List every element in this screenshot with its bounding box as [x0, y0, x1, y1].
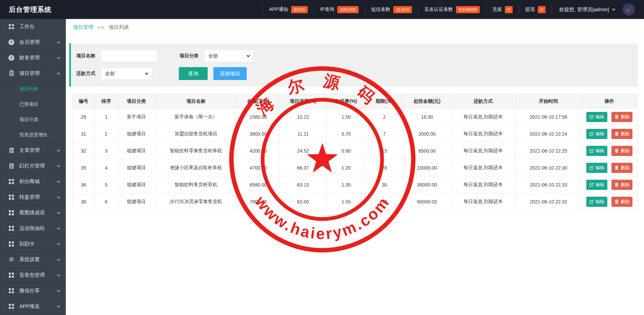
- col-amount: 金额(万元): [237, 94, 280, 109]
- cell-sort: 3: [95, 142, 118, 159]
- cell-days: 7: [366, 125, 403, 142]
- delete-button[interactable]: 删除: [611, 129, 632, 139]
- edit-button[interactable]: 编辑: [586, 129, 607, 139]
- delete-button[interactable]: 删除: [611, 163, 632, 173]
- cell-actions: 编辑 删除: [582, 109, 638, 125]
- pencil-icon: [589, 132, 594, 136]
- sidebar-item-settings[interactable]: ⚙ 系统设置: [0, 252, 66, 268]
- delete-button-label: 删除: [621, 165, 629, 171]
- stat-label: APP通知: [269, 6, 288, 13]
- edit-button-label: 编辑: [595, 199, 604, 205]
- cell-amount: 3800.00: [237, 125, 280, 142]
- trash-icon: [614, 115, 619, 119]
- table-row: 32 3 稳健项目 智能饮料零食售货柜单机 4200.00 24.52 0.90…: [73, 142, 638, 159]
- chevron-down-icon: [57, 179, 60, 183]
- edit-button[interactable]: 编辑: [586, 146, 607, 156]
- search-button[interactable]: 查询: [179, 67, 208, 80]
- project-name-input[interactable]: [101, 50, 158, 62]
- cell-actions: 编辑 删除: [582, 193, 638, 210]
- breadcrumb-current-page: 项目列表: [109, 24, 129, 31]
- edit-button[interactable]: 编辑: [586, 163, 607, 173]
- cell-sort: 2: [95, 125, 118, 142]
- cell-rate: 1.20: [327, 159, 366, 176]
- cell-rate: 1.35: [327, 176, 366, 193]
- sidebar-item-articles[interactable]: 文章管理: [0, 143, 66, 158]
- add-project-button[interactable]: 添加项目: [213, 67, 247, 80]
- sidebar-item-label: 系统设置: [19, 256, 40, 263]
- sidebar-item-slides[interactable]: 幻灯片管理: [0, 158, 66, 174]
- breadcrumb-section-link[interactable]: 项目管理: [73, 24, 93, 31]
- cell-min-invest: 65000.00: [403, 193, 451, 210]
- cell-start-time: 2021-06-10 22:30: [516, 159, 582, 176]
- edit-button[interactable]: 编辑: [586, 197, 607, 207]
- stat-withdraw[interactable]: 提现 0: [519, 5, 552, 14]
- sidebar-item-project-categories[interactable]: 项目分类: [0, 112, 66, 127]
- stat-sms-count[interactable]: 短信条数 11/100: [365, 5, 418, 14]
- status-badge: 5/100000: [456, 6, 480, 13]
- edit-button-label: 编辑: [595, 148, 604, 154]
- delete-button[interactable]: 删除: [611, 180, 632, 190]
- sidebar-item-workbench[interactable]: 工作台: [0, 19, 66, 35]
- sidebar-item-sport[interactable]: 运动加油站: [0, 221, 66, 236]
- edit-button[interactable]: 编辑: [586, 112, 607, 122]
- sidebar-item-wheel[interactable]: 转盘管理: [0, 190, 66, 205]
- chevron-down-icon: [57, 40, 60, 43]
- breadcrumb: 项目管理 >> 项目列表: [66, 19, 644, 36]
- welcome-text: 欢迎您, 管理员[admin]: [559, 6, 609, 13]
- sidebar-item-members[interactable]: V 会员管理: [0, 35, 66, 50]
- cell-progress: 63.13: [280, 176, 327, 193]
- status-badge: 100/100: [337, 6, 359, 13]
- cell-repay: 每日返息,到期还本: [451, 193, 516, 210]
- cell-amount: 1580.00: [237, 109, 280, 125]
- sidebar-item-projects[interactable]: 项目管理: [0, 66, 66, 81]
- sidebar-item-project-list[interactable]: 项目列表: [0, 81, 66, 97]
- cell-progress: 11.11: [280, 125, 327, 142]
- chevron-down-icon: [57, 211, 60, 214]
- sport-icon: [8, 225, 14, 231]
- col-id: 编号: [73, 94, 95, 109]
- delete-button[interactable]: 删除: [611, 146, 632, 156]
- user-menu[interactable]: 欢迎您, 管理员[admin]: [552, 5, 617, 14]
- wechat-share-icon: [8, 288, 14, 294]
- col-min-invest: 起投金额(元): [403, 94, 451, 109]
- repay-method-select[interactable]: 全部: [101, 67, 152, 80]
- delete-button[interactable]: 删除: [611, 197, 632, 207]
- col-start-time: 开始时间: [516, 94, 582, 109]
- sidebar-item-wechat-share[interactable]: 微信分享: [0, 283, 66, 299]
- cell-repay: 每日返息,到期还本: [451, 125, 516, 142]
- sidebar-item-points-mall[interactable]: 积分商城: [0, 174, 66, 190]
- navbar-stats: APP通知 6/100 IP查询 100/100 短信条数 11/100 实名认…: [263, 3, 635, 16]
- col-progress: 项目进度(%): [280, 94, 327, 109]
- table-row: 29 1 新手项目 新手体验（限一次） 1580.00 10.22 1.50 2…: [73, 109, 638, 125]
- sidebar-item-investment-progress[interactable]: 投资进度增长: [0, 127, 66, 143]
- delete-button[interactable]: 删除: [611, 112, 632, 122]
- top-navbar: 后台管理系统 APP通知 6/100 IP查询 100/100 短信条数 11/…: [0, 0, 644, 19]
- stat-recharge[interactable]: 充值 0: [486, 5, 519, 14]
- sidebar-item-packages[interactable]: 安装包管理: [0, 268, 66, 283]
- chevron-down-icon: [57, 273, 60, 276]
- cell-days: 30: [366, 193, 403, 210]
- cell-start-time: 2021-06-10 22:32: [516, 193, 582, 210]
- sidebar-item-idiom-guess[interactable]: 看图猜成语: [0, 205, 66, 221]
- stat-ip-query[interactable]: IP查询 100/100: [314, 5, 365, 14]
- delete-button-label: 删除: [621, 148, 629, 154]
- sidebar-item-invested-projects[interactable]: 已投项目: [0, 97, 66, 112]
- stat-app-notice[interactable]: APP通知 6/100: [263, 5, 314, 14]
- breadcrumb-separator: >>: [97, 24, 105, 30]
- avatar[interactable]: [622, 3, 635, 16]
- status-badge: 11/100: [393, 6, 412, 13]
- cell-name: 便捷小区果蔬自取柜单机: [155, 159, 237, 176]
- settings-gear-icon: ⚙: [8, 257, 14, 262]
- sidebar-item-scratch-card[interactable]: 刮刮卡: [0, 236, 66, 252]
- status-badge: 6/100: [291, 6, 308, 13]
- project-category-select[interactable]: 全部: [204, 50, 253, 62]
- cell-name: 步行街冰淇淋零食售货机: [155, 193, 237, 210]
- cell-start-time: 2021-06-10 17:58: [516, 109, 582, 125]
- stat-realname-count[interactable]: 实名认证条数 5/100000: [418, 5, 486, 14]
- sidebar-item-label: 积分商城: [19, 178, 40, 185]
- cell-progress: 62.00: [280, 193, 327, 210]
- edit-button[interactable]: 编辑: [586, 180, 607, 190]
- sidebar-item-finance[interactable]: ¥ 财务管理: [0, 50, 66, 66]
- sidebar-item-app-push[interactable]: APP推送: [0, 299, 66, 314]
- chevron-down-icon: [57, 164, 60, 167]
